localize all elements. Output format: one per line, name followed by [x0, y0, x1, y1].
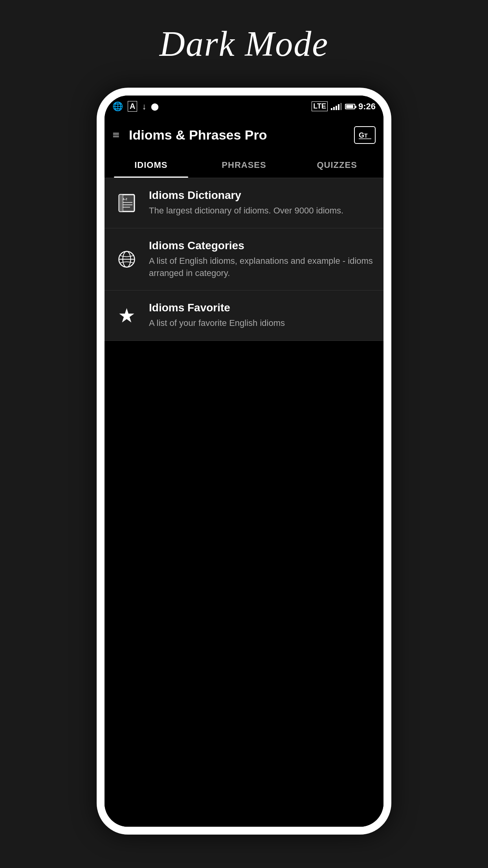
- svg-rect-4: [119, 195, 123, 211]
- svg-text:G: G: [359, 131, 364, 139]
- tab-bar: IDIOMS PHRASES QUIZZES: [105, 153, 383, 178]
- idioms-favorite-text: Idioms Favorite A list of your favorite …: [149, 302, 374, 329]
- idioms-favorite-title: Idioms Favorite: [149, 302, 374, 314]
- content-area: A-Z Idioms Dictionary The largest dictio…: [105, 178, 383, 827]
- status-right: LTE 9:26: [312, 101, 376, 112]
- list-item-idioms-dictionary[interactable]: A-Z Idioms Dictionary The largest dictio…: [105, 178, 383, 228]
- app-bar: ≡ Idioms & Phrases Pro G T: [105, 117, 383, 153]
- tab-phrases[interactable]: PHRASES: [198, 153, 291, 178]
- idioms-dictionary-title: Idioms Dictionary: [149, 189, 374, 202]
- hamburger-menu-button[interactable]: ≡: [112, 128, 119, 142]
- app-title: Idioms & Phrases Pro: [129, 127, 354, 143]
- book-icon: A-Z: [114, 190, 139, 216]
- translate-button[interactable]: G T: [354, 126, 376, 144]
- lte-badge: LTE: [312, 101, 328, 111]
- battery-icon: [345, 104, 355, 109]
- idioms-favorite-desc: A list of your favorite English idioms: [149, 317, 374, 329]
- globe-icon: [114, 246, 139, 272]
- star-icon: ★: [114, 303, 139, 328]
- list-item-idioms-categories[interactable]: Idioms Categories A list of English idio…: [105, 228, 383, 291]
- idioms-dictionary-desc: The largest dictionary of idioms. Over 9…: [149, 205, 374, 217]
- signal-bars: [331, 103, 342, 110]
- idioms-categories-text: Idioms Categories A list of English idio…: [149, 239, 374, 280]
- tab-quizzes[interactable]: QUIZZES: [290, 153, 383, 178]
- idioms-categories-desc: A list of English idioms, explanations a…: [149, 255, 374, 280]
- translate-icon: G T: [358, 129, 372, 141]
- svg-text:A-Z: A-Z: [123, 198, 127, 200]
- svg-text:T: T: [364, 132, 368, 139]
- page-header-title: Dark Mode: [160, 24, 328, 64]
- record-status-icon: ⬤: [151, 102, 159, 111]
- font-status-icon: A: [128, 101, 137, 112]
- status-bar: 🌐 A ↓ ⬤ LTE 9:26: [105, 96, 383, 117]
- tab-idioms[interactable]: IDIOMS: [105, 153, 198, 178]
- status-icons-left: 🌐 A ↓ ⬤: [112, 101, 159, 112]
- phone-mockup: 🌐 A ↓ ⬤ LTE 9:26: [97, 88, 391, 835]
- phone-screen: 🌐 A ↓ ⬤ LTE 9:26: [105, 96, 383, 827]
- list-item-idioms-favorite[interactable]: ★ Idioms Favorite A list of your favorit…: [105, 291, 383, 341]
- content-bottom-area: [105, 341, 383, 827]
- idioms-categories-title: Idioms Categories: [149, 239, 374, 252]
- globe-status-icon: 🌐: [112, 101, 123, 112]
- status-time: 9:26: [358, 101, 376, 112]
- download-status-icon: ↓: [142, 101, 146, 112]
- idioms-dictionary-text: Idioms Dictionary The largest dictionary…: [149, 189, 374, 217]
